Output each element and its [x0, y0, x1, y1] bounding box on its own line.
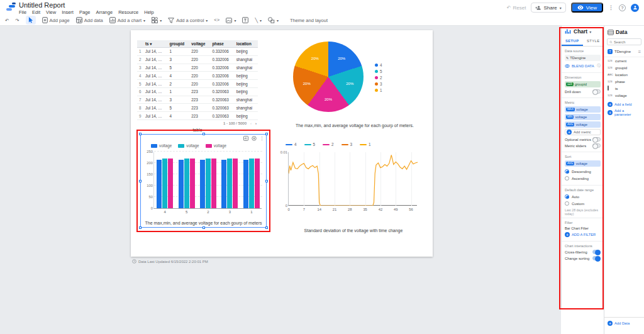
report-canvas[interactable]: ts ▾groupidvoltagephaselocation1Jul 14, …	[0, 26, 561, 334]
menu-edit[interactable]: Edit	[32, 9, 40, 15]
pie-chart[interactable]: 45231 The max,min, and average voltage f…	[282, 40, 428, 132]
reset-button[interactable]: ↶ Reset	[507, 5, 526, 11]
date-option-auto[interactable]: Auto	[565, 194, 601, 199]
tab-setup[interactable]: SETUP	[562, 37, 583, 46]
bar[interactable]	[249, 159, 254, 208]
chart-panel-header[interactable]: Chart ▾	[562, 26, 604, 36]
view-button[interactable]: View	[571, 3, 603, 13]
tab-style[interactable]: STYLE	[583, 37, 604, 46]
selection-handle[interactable]	[265, 180, 268, 182]
interaction-toggle[interactable]	[592, 250, 601, 254]
add-page-button[interactable]: Add page	[42, 17, 70, 23]
share-dropdown-icon[interactable]: ▾	[560, 6, 562, 10]
report-page[interactable]: ts ▾groupidvoltagephaselocation1Jul 14, …	[131, 30, 433, 257]
add-filter-button[interactable]: + ADD A FILTER	[565, 232, 601, 237]
selection-handle[interactable]	[203, 133, 205, 135]
menu-view[interactable]: View	[46, 9, 56, 15]
menu-help[interactable]: Help	[144, 9, 153, 15]
add-field-button[interactable]: +Add a field	[608, 102, 641, 107]
metric-sliders-toggle[interactable]	[592, 143, 601, 148]
theme-layout-button[interactable]: Theme and layout	[290, 18, 328, 23]
more-menu-icon[interactable]: ⋮	[608, 4, 614, 11]
bar[interactable]	[157, 160, 162, 208]
add-control-button[interactable]: Add a control ▾	[168, 18, 208, 23]
chart-more-icon[interactable]: ⋮	[260, 136, 264, 141]
data-source-chip[interactable]: ✎ TDengine	[565, 55, 601, 61]
field-item-phase[interactable]: 123phase	[604, 78, 644, 85]
sort-option-ascending[interactable]: Ascending	[565, 176, 601, 181]
selection-handle[interactable]	[265, 226, 268, 229]
selection-handle[interactable]	[203, 226, 205, 229]
table-chart[interactable]: ts ▾groupidvoltagephaselocation1Jul 14, …	[137, 40, 258, 132]
drill-down-toggle[interactable]	[592, 89, 601, 94]
field-item-current[interactable]: 123current	[604, 57, 644, 64]
next-page-icon[interactable]: ›	[255, 121, 257, 125]
field-item-location[interactable]: ABClocation	[604, 71, 644, 78]
bar[interactable]	[168, 159, 173, 208]
col-phase[interactable]: phase	[211, 40, 235, 48]
data-source-row[interactable]: T TDengine ☰	[604, 47, 644, 57]
menu-arrange[interactable]: Arrange	[96, 9, 113, 15]
bar[interactable]	[255, 159, 260, 208]
bar[interactable]	[221, 160, 226, 208]
col-groupid[interactable]: groupid	[168, 40, 190, 48]
bar[interactable]	[200, 160, 205, 208]
search-input[interactable]	[614, 40, 639, 44]
bar-chart-selected[interactable]: ⋮ voltagevoltagevoltage 0501001502002504…	[140, 134, 267, 228]
menu-file[interactable]: File	[19, 9, 26, 15]
undo-button[interactable]: ↶	[5, 18, 9, 23]
community-visualizations-button[interactable]: ▾	[152, 17, 162, 23]
embed-url-button[interactable]: <>	[214, 18, 219, 23]
blend-data-button[interactable]: BLEND DATA ⓘ	[565, 63, 601, 69]
share-button[interactable]: Share ▾	[531, 3, 565, 13]
select-tool-button[interactable]	[26, 16, 36, 25]
bar[interactable]	[184, 159, 189, 208]
interaction-toggle[interactable]	[592, 256, 601, 260]
line-chart[interactable]: 45231 07142128354249560.010 Standard dev…	[275, 138, 431, 234]
field-item-ts[interactable]: ts	[604, 85, 644, 92]
prev-page-icon[interactable]: ‹	[250, 121, 252, 125]
sort-option-descending[interactable]: Descending	[565, 169, 601, 174]
metric-chip[interactable]: MINvoltage	[565, 114, 601, 120]
help-icon[interactable]: ?	[619, 4, 626, 11]
chart-type-icon[interactable]	[243, 136, 248, 141]
dimension-chip[interactable]: 123 groupid	[565, 81, 601, 87]
bar[interactable]	[190, 159, 195, 208]
field-item-groupid[interactable]: 123groupid	[604, 64, 644, 71]
bar[interactable]	[233, 159, 238, 208]
optional-metrics-toggle[interactable]	[592, 137, 601, 142]
add-text-button[interactable]	[242, 17, 248, 23]
field-item-voltage[interactable]: 123voltage	[604, 92, 644, 99]
source-menu-icon[interactable]: ☰	[638, 50, 641, 53]
col-voltage[interactable]: voltage	[189, 40, 210, 48]
date-option-custom[interactable]: Custom	[565, 201, 601, 206]
selection-handle[interactable]	[139, 226, 142, 229]
chart-filter-icon[interactable]	[252, 136, 257, 141]
selection-handle[interactable]	[265, 133, 268, 135]
bar[interactable]	[211, 159, 216, 208]
metric-chip[interactable]: MAXvoltage	[565, 106, 601, 113]
menu-resource[interactable]: Resource	[118, 9, 138, 15]
col-ts[interactable]: ts ▾	[143, 40, 168, 48]
menu-insert[interactable]: Insert	[62, 9, 74, 15]
selection-handle[interactable]	[139, 133, 142, 135]
selection-handle[interactable]	[139, 180, 142, 182]
bar[interactable]	[179, 160, 184, 208]
add-line-button[interactable]: ╲ ▾	[255, 18, 262, 23]
report-title[interactable]: Untitled Report	[19, 1, 65, 9]
add-parameter-button[interactable]: +Add a parameter	[608, 109, 641, 116]
bar[interactable]	[206, 159, 211, 208]
add-data-button[interactable]: Add data	[76, 17, 103, 23]
add-shape-button[interactable]: ▾	[268, 17, 279, 23]
bar[interactable]	[162, 159, 167, 208]
add-chart-button[interactable]: Add a chart ▾	[109, 17, 145, 23]
chart-panel-collapse-icon[interactable]: ▾	[589, 30, 591, 34]
avatar[interactable]	[631, 4, 639, 12]
bar[interactable]	[243, 160, 248, 208]
sort-chip[interactable]: AVG voltage	[565, 160, 601, 167]
add-metric-button[interactable]: + Add metric	[565, 129, 601, 135]
add-data-button-bottom[interactable]: +Add Data	[608, 321, 641, 326]
bar[interactable]	[227, 159, 232, 208]
add-image-button[interactable]: ▾	[226, 18, 236, 23]
redo-button[interactable]: ↷	[15, 18, 19, 23]
